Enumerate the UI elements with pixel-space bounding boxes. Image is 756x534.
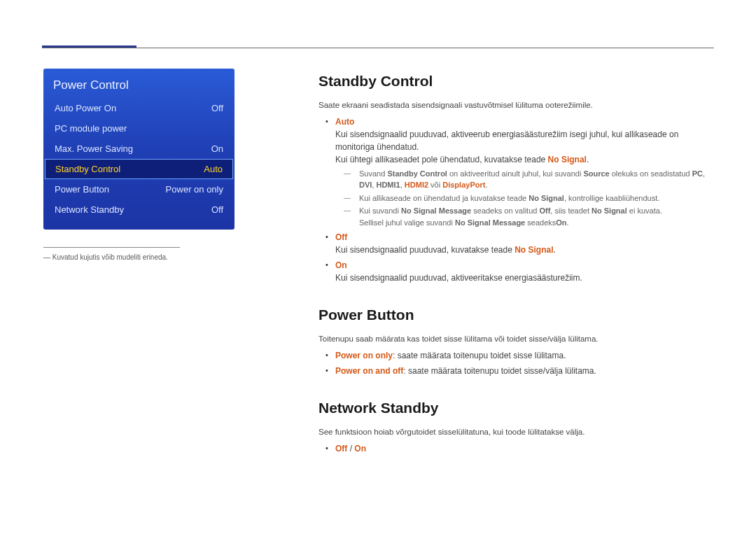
option-desc: Kui sisendsignaalid puuduvad, aktiveerit… [335, 273, 582, 283]
menu-item-power-button[interactable]: Power Button Power on only [43, 179, 234, 199]
option-desc2: Kui ühtegi allikaseadet pole ühendatud, … [335, 155, 589, 164]
menu-item-max-power-saving[interactable]: Max. Power Saving On [43, 139, 234, 159]
option-label: Off [335, 232, 347, 242]
menu-item-value: Power on only [166, 184, 223, 195]
power-button-option: Power on only: saate määrata toitenupu t… [335, 349, 707, 362]
power-control-menu: Power Control Auto Power On Off PC modul… [43, 69, 234, 230]
menu-item-value: Off [211, 103, 223, 113]
power-button-option: Power on and off: saate määrata toitenup… [335, 365, 707, 377]
power-button-intro: Toitenupu saab määrata kas toidet sisse … [318, 333, 707, 345]
standby-option-off: Off Kui sisendsignaalid puuduvad, kuvata… [335, 231, 707, 256]
option-desc: Kui sisendsignaalid puuduvad, aktiveerub… [335, 129, 678, 152]
menu-item-value: On [211, 143, 223, 154]
header-divider [42, 48, 714, 48]
power-button-options: Power on only: saate määrata toitenupu t… [318, 349, 707, 377]
menu-item-label: Max. Power Saving [55, 143, 133, 154]
footnote-divider [43, 247, 180, 248]
content-area: Standby Control Saate ekraani seadistada… [318, 70, 707, 458]
option-label: Auto [335, 117, 354, 127]
menu-item-label: PC module power [55, 123, 127, 134]
menu-title: Power Control [43, 76, 234, 98]
standby-intro: Saate ekraani seadistada sisendsignaali … [318, 99, 707, 111]
menu-item-auto-power-on[interactable]: Auto Power On Off [43, 98, 234, 118]
menu-item-label: Standby Control [55, 164, 120, 174]
menu-item-network-standby[interactable]: Network Standby Off [43, 199, 234, 220]
footnote-text: ― Kuvatud kujutis võib mudeliti erineda. [43, 253, 168, 261]
option-desc: Kui sisendsignaalid puuduvad, kuvatakse … [335, 245, 556, 255]
menu-item-label: Auto Power On [55, 103, 116, 113]
standby-option-on: On Kui sisendsignaalid puuduvad, aktivee… [335, 259, 707, 284]
note-item: Suvand Standby Control on aktiveeritud a… [359, 168, 707, 191]
network-options: Off / On [318, 442, 707, 455]
menu-item-label: Power Button [55, 184, 109, 195]
network-option: Off / On [335, 442, 707, 455]
menu-item-label: Network Standby [55, 204, 124, 215]
standby-auto-notes: Suvand Standby Control on aktiveeritud a… [335, 168, 707, 229]
note-item: Kui suvandi No Signal Message seadeks on… [359, 205, 707, 228]
heading-power-button: Power Button [318, 304, 707, 326]
standby-option-auto: Auto Kui sisendsignaalid puuduvad, aktiv… [335, 115, 707, 229]
heading-network-standby: Network Standby [318, 397, 707, 419]
menu-item-value: Off [211, 204, 223, 215]
standby-options-list: Auto Kui sisendsignaalid puuduvad, aktiv… [318, 115, 707, 285]
menu-item-pc-module-power[interactable]: PC module power [43, 118, 234, 139]
menu-item-standby-control[interactable]: Standby Control Auto [45, 159, 233, 179]
note-item: Kui allikaseade on ühendatud ja kuvataks… [359, 192, 707, 204]
heading-standby-control: Standby Control [318, 70, 707, 92]
menu-item-value: Auto [204, 164, 223, 174]
network-intro: See funktsioon hoiab võrgutoidet sisselü… [318, 426, 707, 438]
option-label: On [335, 260, 347, 270]
